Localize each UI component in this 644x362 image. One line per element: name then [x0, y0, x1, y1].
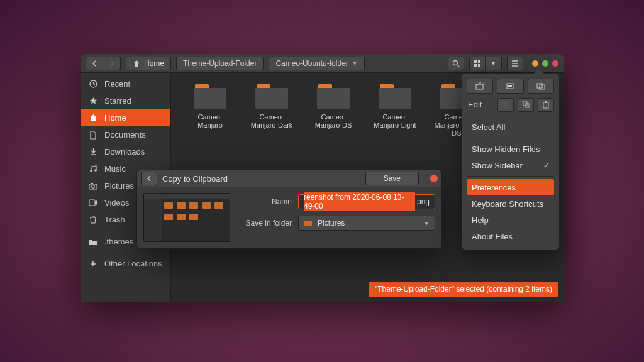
folder-item[interactable]: Cameo- Manjaro — [182, 84, 238, 138]
save-button-label: Save — [384, 174, 401, 183]
svg-point-11 — [94, 169, 97, 172]
search-icon — [452, 60, 460, 67]
folder-item[interactable]: Cameo- Manjaro-Dark — [244, 84, 299, 138]
svg-text:+: + — [482, 82, 484, 86]
folder-select-value: Pictures — [318, 219, 345, 228]
grid-icon — [474, 60, 481, 67]
sidebar-item-documents[interactable]: Documents — [80, 126, 170, 143]
download-icon — [88, 148, 98, 156]
svg-point-13 — [92, 185, 95, 188]
new-window-button[interactable] — [528, 79, 554, 94]
menu-item-show-sidebar[interactable]: Show Sidebar — [467, 157, 554, 173]
sidebar-item-label: Home — [104, 113, 126, 123]
clock-icon — [88, 80, 98, 88]
svg-rect-5 — [478, 64, 480, 67]
new-tab-button[interactable] — [497, 79, 523, 94]
save-button[interactable]: Save — [365, 172, 419, 185]
close-button[interactable] — [552, 60, 558, 67]
camera-icon — [88, 182, 98, 190]
folder-icon — [88, 238, 98, 246]
paste-icon — [543, 101, 549, 109]
filename-selected: reenshot from 2020-06-08 13-49-00 — [304, 192, 415, 211]
copy-button[interactable] — [518, 98, 534, 112]
svg-rect-24 — [543, 102, 548, 108]
breadcrumb-1[interactable]: Theme-Upload-Folder — [176, 57, 264, 70]
maximize-button[interactable] — [542, 60, 548, 67]
sidebar-item-downloads[interactable]: Downloads — [80, 143, 170, 160]
hamburger-button[interactable] — [507, 57, 523, 70]
status-text: "Theme-Upload-Folder" selected (containi… — [375, 285, 552, 293]
view-options-button[interactable]: ▼ — [486, 57, 502, 70]
folder-item[interactable]: Cameo- Manjaro-Light — [367, 84, 423, 138]
chevron-down-icon: ▼ — [491, 60, 496, 67]
folder-label: Cameo- Manjaro — [197, 113, 223, 129]
cut-button[interactable]: ✕ — [497, 98, 514, 112]
menu-icon — [511, 60, 519, 67]
menu-item-help[interactable]: Help — [467, 212, 554, 228]
copy-icon — [523, 101, 530, 108]
breadcrumb-2[interactable]: Cameo-Ubuntu-folder ▼ — [269, 57, 364, 70]
home-icon — [133, 60, 140, 67]
name-label: Name — [238, 197, 292, 206]
folder-icon — [317, 84, 350, 109]
menu-item-preferences[interactable]: Preferences — [467, 179, 554, 195]
sidebar-item-home[interactable]: Home — [80, 109, 170, 126]
hamburger-popover: + Edit ✕ Select AllSho — [462, 74, 559, 250]
svg-rect-14 — [91, 183, 93, 184]
folder-label: Save in folder — [238, 219, 292, 228]
dialog-back-button[interactable] — [141, 172, 157, 185]
sidebar-item-starred[interactable]: Starred — [80, 92, 170, 109]
breadcrumb-home[interactable]: Home — [126, 57, 171, 70]
svg-point-10 — [90, 170, 92, 172]
new-folder-button[interactable]: + — [467, 79, 493, 94]
search-button[interactable] — [448, 57, 464, 70]
folder-icon — [255, 84, 288, 109]
filename-input[interactable]: reenshot from 2020-06-08 13-49-00.png — [298, 194, 435, 209]
edit-label: Edit — [467, 97, 494, 112]
breadcrumb-home-label: Home — [144, 59, 164, 68]
folder-item[interactable]: Cameo- Manjaro-DS — [306, 84, 361, 138]
paste-button[interactable] — [538, 98, 554, 112]
sidebar-item-label: Music — [104, 164, 126, 173]
home-icon — [88, 114, 98, 122]
plus-icon — [88, 260, 98, 268]
sidebar-item-label: Downloads — [104, 147, 145, 156]
tab-icon — [506, 82, 514, 90]
folder-label: Cameo- Manjaro-DS — [315, 113, 352, 129]
dialog-title: Copy to Clipboard — [162, 174, 228, 184]
folder-label: Cameo- Manjaro-Dark — [251, 113, 293, 129]
sidebar-item-recent[interactable]: Recent — [80, 75, 170, 92]
svg-rect-2 — [474, 60, 477, 63]
sidebar-item-label: Starred — [104, 96, 131, 106]
filename-suffix: .png — [415, 197, 430, 206]
folder-label: Cameo- Manjaro-Light — [374, 113, 416, 129]
sidebar-item-label: Trash — [104, 215, 125, 224]
chevron-down-icon: ▼ — [352, 60, 358, 67]
menu-item-select-all[interactable]: Select All — [467, 119, 554, 135]
svg-rect-3 — [478, 60, 480, 63]
folder-select[interactable]: Pictures ▼ — [298, 216, 435, 231]
folder-icon — [304, 219, 313, 227]
menu-item-keyboard-shortcuts[interactable]: Keyboard Shortcuts — [467, 195, 554, 212]
folder-icon — [194, 84, 226, 109]
sidebar-item-label: Videos — [104, 198, 130, 207]
menu-item-show-hidden-files[interactable]: Show Hidden Files — [467, 141, 554, 157]
star-icon — [88, 97, 98, 105]
grid-view-button[interactable] — [469, 57, 486, 70]
view-switcher: ▼ — [469, 57, 502, 70]
forward-button[interactable] — [103, 57, 121, 70]
sidebar-item-label: Recent — [104, 79, 130, 89]
sidebar-item-label: Other Locations — [104, 259, 162, 268]
back-button[interactable] — [86, 57, 103, 70]
sidebar-item-other-locations[interactable]: Other Locations — [80, 255, 170, 272]
chevron-down-icon: ▼ — [423, 220, 430, 227]
sidebar-item-label: Documents — [104, 130, 146, 140]
window-icon — [536, 82, 545, 90]
dialog-close-button[interactable] — [430, 175, 438, 182]
minimize-button[interactable] — [532, 60, 538, 67]
svg-rect-15 — [89, 200, 95, 206]
menu-item-about-files[interactable]: About Files — [467, 228, 554, 244]
nav-buttons — [86, 57, 121, 70]
trash-icon — [88, 216, 98, 224]
save-dialog: Copy to Clipboard Save Name reenshot fro… — [136, 170, 442, 249]
